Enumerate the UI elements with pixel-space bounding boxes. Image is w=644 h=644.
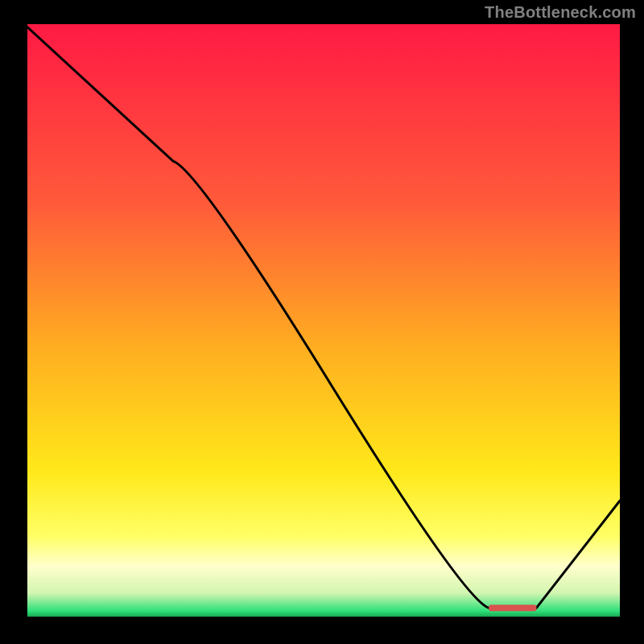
y-axis <box>24 24 27 620</box>
plot-area <box>24 24 620 620</box>
chart-stage: TheBottleneck.com <box>0 0 644 644</box>
x-axis <box>24 617 620 620</box>
watermark-text: TheBottleneck.com <box>485 3 636 22</box>
gradient-background <box>24 24 620 620</box>
chart-svg <box>24 24 620 620</box>
highlight-marker <box>489 605 536 611</box>
